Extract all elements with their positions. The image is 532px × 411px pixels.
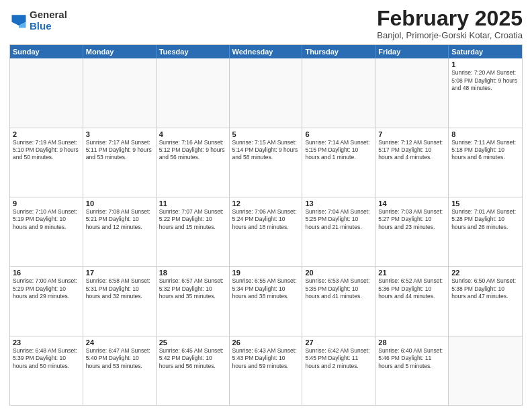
logo-blue-text: Blue bbox=[30, 21, 67, 32]
day-info: Sunrise: 6:52 AM Sunset: 5:36 PM Dayligh… bbox=[378, 277, 445, 300]
day-cell-21: 21Sunrise: 6:52 AM Sunset: 5:36 PM Dayli… bbox=[375, 267, 449, 335]
day-number: 13 bbox=[305, 199, 372, 208]
calendar: SundayMondayTuesdayWednesdayThursdayFrid… bbox=[9, 44, 523, 406]
month-title: February 2025 bbox=[377, 7, 523, 30]
day-number: 19 bbox=[232, 269, 300, 277]
day-number: 11 bbox=[159, 199, 226, 208]
day-cell-4: 4Sunrise: 7:16 AM Sunset: 5:12 PM Daylig… bbox=[157, 128, 230, 197]
day-cell-9: 9Sunrise: 7:10 AM Sunset: 5:19 PM Daylig… bbox=[10, 197, 83, 266]
day-info: Sunrise: 7:20 AM Sunset: 5:08 PM Dayligh… bbox=[451, 69, 519, 92]
day-cell-empty-4-6 bbox=[449, 336, 522, 405]
day-info: Sunrise: 6:48 AM Sunset: 5:39 PM Dayligh… bbox=[13, 347, 80, 370]
page: General Blue February 2025 Banjol, Primo… bbox=[0, 0, 532, 411]
day-info: Sunrise: 7:01 AM Sunset: 5:28 PM Dayligh… bbox=[451, 208, 519, 231]
day-info: Sunrise: 6:42 AM Sunset: 5:45 PM Dayligh… bbox=[305, 347, 372, 370]
day-number: 20 bbox=[305, 269, 372, 277]
day-cell-empty-0-5 bbox=[375, 58, 449, 127]
title-block: February 2025 Banjol, Primorje-Gorski Ko… bbox=[377, 7, 523, 40]
day-cell-23: 23Sunrise: 6:48 AM Sunset: 5:39 PM Dayli… bbox=[10, 336, 83, 405]
calendar-header: SundayMondayTuesdayWednesdayThursdayFrid… bbox=[10, 45, 522, 58]
day-cell-28: 28Sunrise: 6:40 AM Sunset: 5:46 PM Dayli… bbox=[375, 336, 449, 405]
day-cell-empty-0-4 bbox=[302, 58, 375, 127]
day-number: 22 bbox=[451, 269, 519, 277]
day-info: Sunrise: 7:19 AM Sunset: 5:10 PM Dayligh… bbox=[13, 139, 80, 162]
day-number: 15 bbox=[451, 199, 519, 208]
calendar-week-4: 23Sunrise: 6:48 AM Sunset: 5:39 PM Dayli… bbox=[10, 336, 522, 405]
day-number: 4 bbox=[159, 130, 226, 138]
day-cell-27: 27Sunrise: 6:42 AM Sunset: 5:45 PM Dayli… bbox=[302, 336, 375, 405]
day-cell-24: 24Sunrise: 6:47 AM Sunset: 5:40 PM Dayli… bbox=[83, 336, 157, 405]
day-info: Sunrise: 6:53 AM Sunset: 5:35 PM Dayligh… bbox=[305, 277, 372, 300]
day-cell-18: 18Sunrise: 6:57 AM Sunset: 5:32 PM Dayli… bbox=[157, 267, 230, 335]
day-cell-7: 7Sunrise: 7:12 AM Sunset: 5:17 PM Daylig… bbox=[375, 128, 449, 197]
location-subtitle: Banjol, Primorje-Gorski Kotar, Croatia bbox=[377, 30, 523, 40]
day-info: Sunrise: 6:45 AM Sunset: 5:42 PM Dayligh… bbox=[159, 347, 226, 370]
day-info: Sunrise: 7:06 AM Sunset: 5:24 PM Dayligh… bbox=[232, 208, 300, 231]
day-cell-12: 12Sunrise: 7:06 AM Sunset: 5:24 PM Dayli… bbox=[230, 197, 303, 266]
day-number: 7 bbox=[378, 130, 445, 138]
day-cell-13: 13Sunrise: 7:04 AM Sunset: 5:25 PM Dayli… bbox=[302, 197, 375, 266]
calendar-week-2: 9Sunrise: 7:10 AM Sunset: 5:19 PM Daylig… bbox=[10, 197, 522, 267]
day-number: 1 bbox=[451, 60, 519, 68]
day-info: Sunrise: 6:47 AM Sunset: 5:40 PM Dayligh… bbox=[86, 347, 153, 370]
header-day-friday: Friday bbox=[375, 45, 449, 58]
day-number: 12 bbox=[232, 199, 300, 208]
day-number: 2 bbox=[13, 130, 80, 138]
day-cell-empty-0-2 bbox=[157, 58, 230, 127]
day-cell-6: 6Sunrise: 7:14 AM Sunset: 5:15 PM Daylig… bbox=[302, 128, 375, 197]
day-info: Sunrise: 7:17 AM Sunset: 5:11 PM Dayligh… bbox=[86, 139, 153, 162]
day-number: 14 bbox=[378, 199, 445, 208]
day-cell-17: 17Sunrise: 6:58 AM Sunset: 5:31 PM Dayli… bbox=[83, 267, 157, 335]
day-cell-empty-0-1 bbox=[83, 58, 157, 127]
logo-icon bbox=[9, 11, 28, 30]
day-cell-16: 16Sunrise: 7:00 AM Sunset: 5:29 PM Dayli… bbox=[10, 267, 83, 335]
day-cell-20: 20Sunrise: 6:53 AM Sunset: 5:35 PM Dayli… bbox=[302, 267, 375, 335]
day-cell-3: 3Sunrise: 7:17 AM Sunset: 5:11 PM Daylig… bbox=[83, 128, 157, 197]
day-info: Sunrise: 7:16 AM Sunset: 5:12 PM Dayligh… bbox=[159, 139, 226, 162]
day-info: Sunrise: 6:50 AM Sunset: 5:38 PM Dayligh… bbox=[451, 277, 519, 300]
day-cell-22: 22Sunrise: 6:50 AM Sunset: 5:38 PM Dayli… bbox=[449, 267, 522, 335]
day-cell-10: 10Sunrise: 7:08 AM Sunset: 5:21 PM Dayli… bbox=[83, 197, 157, 266]
logo-general-text: General bbox=[30, 9, 67, 21]
day-number: 17 bbox=[86, 269, 153, 277]
header-day-saturday: Saturday bbox=[449, 45, 522, 58]
logo-text: General Blue bbox=[30, 9, 67, 32]
day-info: Sunrise: 7:10 AM Sunset: 5:19 PM Dayligh… bbox=[13, 208, 80, 231]
day-info: Sunrise: 6:57 AM Sunset: 5:32 PM Dayligh… bbox=[159, 277, 226, 300]
day-cell-26: 26Sunrise: 6:43 AM Sunset: 5:43 PM Dayli… bbox=[230, 336, 303, 405]
day-number: 27 bbox=[305, 338, 372, 347]
day-number: 5 bbox=[232, 130, 300, 138]
header-day-sunday: Sunday bbox=[10, 45, 83, 58]
calendar-week-3: 16Sunrise: 7:00 AM Sunset: 5:29 PM Dayli… bbox=[10, 267, 522, 336]
day-info: Sunrise: 7:12 AM Sunset: 5:17 PM Dayligh… bbox=[378, 139, 445, 162]
day-info: Sunrise: 7:11 AM Sunset: 5:18 PM Dayligh… bbox=[451, 139, 519, 162]
day-cell-empty-0-3 bbox=[230, 58, 303, 127]
day-number: 24 bbox=[86, 338, 153, 347]
day-cell-25: 25Sunrise: 6:45 AM Sunset: 5:42 PM Dayli… bbox=[157, 336, 230, 405]
calendar-week-0: 1Sunrise: 7:20 AM Sunset: 5:08 PM Daylig… bbox=[10, 58, 522, 128]
day-number: 10 bbox=[86, 199, 153, 208]
day-number: 9 bbox=[13, 199, 80, 208]
day-number: 25 bbox=[159, 338, 226, 347]
day-info: Sunrise: 6:40 AM Sunset: 5:46 PM Dayligh… bbox=[378, 347, 445, 370]
calendar-week-1: 2Sunrise: 7:19 AM Sunset: 5:10 PM Daylig… bbox=[10, 128, 522, 197]
day-info: Sunrise: 7:04 AM Sunset: 5:25 PM Dayligh… bbox=[305, 208, 372, 231]
day-cell-15: 15Sunrise: 7:01 AM Sunset: 5:28 PM Dayli… bbox=[449, 197, 522, 266]
day-info: Sunrise: 7:14 AM Sunset: 5:15 PM Dayligh… bbox=[305, 139, 372, 162]
header-day-wednesday: Wednesday bbox=[230, 45, 303, 58]
day-info: Sunrise: 6:58 AM Sunset: 5:31 PM Dayligh… bbox=[86, 277, 153, 300]
day-info: Sunrise: 6:43 AM Sunset: 5:43 PM Dayligh… bbox=[232, 347, 300, 370]
day-cell-empty-0-0 bbox=[10, 58, 83, 127]
day-number: 6 bbox=[305, 130, 372, 138]
day-cell-5: 5Sunrise: 7:15 AM Sunset: 5:14 PM Daylig… bbox=[230, 128, 303, 197]
day-info: Sunrise: 7:07 AM Sunset: 5:22 PM Dayligh… bbox=[159, 208, 226, 231]
day-info: Sunrise: 7:08 AM Sunset: 5:21 PM Dayligh… bbox=[86, 208, 153, 231]
day-info: Sunrise: 7:00 AM Sunset: 5:29 PM Dayligh… bbox=[13, 277, 80, 300]
day-cell-1: 1Sunrise: 7:20 AM Sunset: 5:08 PM Daylig… bbox=[449, 58, 522, 127]
logo: General Blue bbox=[9, 9, 67, 32]
day-cell-19: 19Sunrise: 6:55 AM Sunset: 5:34 PM Dayli… bbox=[230, 267, 303, 335]
day-number: 26 bbox=[232, 338, 300, 347]
day-number: 28 bbox=[378, 338, 445, 347]
day-number: 21 bbox=[378, 269, 445, 277]
day-info: Sunrise: 7:15 AM Sunset: 5:14 PM Dayligh… bbox=[232, 139, 300, 162]
